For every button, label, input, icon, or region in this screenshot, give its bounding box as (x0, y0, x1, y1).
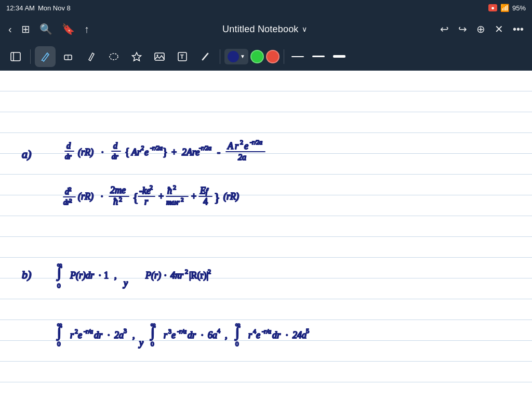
thickness-thin-button[interactable] (288, 47, 307, 66)
svg-text:24a: 24a (292, 330, 307, 340)
svg-text:6a: 6a (208, 330, 217, 340)
svg-text:0: 0 (235, 340, 239, 348)
status-left: 12:34 AM Mon Nov 8 (6, 4, 71, 12)
status-right: ● 📶 95% (488, 4, 526, 12)
color-red-button[interactable] (266, 50, 280, 63)
svg-text:f: f (206, 188, 209, 195)
separator-3 (284, 49, 284, 64)
svg-text:dr: dr (188, 330, 196, 340)
svg-text:dr: dr (65, 153, 72, 161)
svg-text:·: · (286, 330, 288, 340)
share-button[interactable]: ↑ (84, 23, 89, 35)
selected-color-circle (228, 51, 239, 62)
svg-text:{: { (132, 191, 139, 204)
redo-button[interactable]: ↪ (458, 23, 467, 35)
notebook-title[interactable]: Untitled Notebook (222, 24, 299, 35)
lasso-tool-button[interactable] (103, 46, 124, 67)
svg-text:2a: 2a (238, 153, 246, 162)
color-green-button[interactable] (250, 50, 264, 63)
svg-text:ħ: ħ (167, 185, 172, 196)
title-bar: ‹ ⊞ 🔍 🔖 ↑ Untitled Notebook ∨ ↩ ↪ ⊕ ✕ ••… (0, 16, 532, 43)
text-tool-button[interactable]: T (172, 46, 193, 67)
svg-text:dr: dr (272, 330, 281, 340)
svg-text:a): a) (22, 148, 31, 161)
svg-text:-r/a: -r/a (84, 328, 93, 335)
svg-text:·: · (101, 191, 103, 202)
svg-text:2me: 2me (110, 185, 126, 195)
svg-text:-r/2a: -r/2a (150, 144, 163, 152)
title-bar-center: Untitled Notebook ∨ (222, 24, 307, 35)
svg-text:·: · (99, 270, 101, 281)
title-bar-left: ‹ ⊞ 🔍 🔖 ↑ (8, 23, 89, 35)
grid-view-button[interactable]: ⊞ (21, 23, 30, 35)
svg-text:,: , (225, 330, 228, 340)
svg-text:{: { (125, 146, 130, 157)
search-button[interactable]: 🔍 (39, 23, 52, 35)
svg-text:r: r (235, 141, 239, 151)
toolbar: T ▼ (0, 43, 532, 71)
thick-line-indicator (333, 55, 345, 58)
svg-text:e: e (171, 330, 176, 340)
svg-text:-r/a: -r/a (177, 328, 187, 335)
bookmark-button[interactable]: 🔖 (62, 23, 75, 35)
shapes-tool-button[interactable] (126, 46, 147, 67)
svg-text:y: y (138, 338, 143, 348)
svg-text:·: · (164, 270, 167, 281)
svg-text:∞: ∞ (57, 261, 62, 269)
thickness-medium-button[interactable] (309, 47, 328, 66)
svg-point-8 (157, 55, 158, 56)
svg-text:b): b) (22, 268, 31, 281)
close-button[interactable]: ✕ (495, 23, 503, 35)
svg-text:+: + (158, 191, 164, 202)
svg-text:2: 2 (141, 144, 144, 152)
svg-text:-: - (217, 147, 220, 157)
back-button[interactable]: ‹ (8, 23, 12, 35)
svg-text:d: d (113, 141, 118, 150)
svg-text:·: · (108, 330, 110, 340)
color-dropdown-arrow-icon: ▼ (240, 54, 245, 59)
svg-text:e: e (256, 330, 260, 340)
svg-text:2Are: 2Are (182, 147, 200, 157)
highlighter-tool-button[interactable] (81, 46, 101, 67)
notebook-area[interactable]: a) d dr (rR) · d dr { Ar 2 e -r/2a } + (0, 71, 532, 399)
svg-text:4πr: 4πr (170, 270, 184, 281)
battery-icon: ● (488, 4, 497, 11)
svg-text:∞: ∞ (235, 321, 240, 328)
svg-text:T: T (180, 54, 184, 60)
time: 12:34 AM (6, 4, 35, 12)
svg-text:r: r (164, 330, 168, 340)
pen-tool-button[interactable] (35, 46, 56, 67)
sidebar-toggle-button[interactable] (5, 46, 26, 67)
svg-text:d: d (66, 141, 71, 150)
svg-text:∞: ∞ (57, 321, 62, 328)
undo-button[interactable]: ↩ (440, 23, 449, 35)
svg-text:3: 3 (124, 327, 127, 335)
wifi-icon: 📶 (500, 4, 509, 12)
svg-text:P(r)dr: P(r)dr (70, 270, 95, 281)
svg-text:-r/2a: -r/2a (199, 144, 211, 152)
new-page-button[interactable]: ⊕ (476, 23, 485, 35)
color-picker-dropdown[interactable]: ▼ (224, 49, 248, 64)
svg-text:}: } (163, 146, 168, 157)
svg-text:A: A (227, 141, 234, 151)
svg-text:P(r): P(r) (145, 270, 161, 281)
eraser-tool-button[interactable] (58, 46, 78, 67)
svg-text:,: , (132, 330, 135, 340)
marker-tool-button[interactable] (195, 46, 216, 67)
svg-text:|R(r)|: |R(r)| (189, 270, 208, 281)
svg-marker-6 (132, 52, 141, 61)
title-chevron-icon[interactable]: ∨ (302, 25, 307, 33)
svg-text:e: e (144, 147, 149, 157)
svg-text:2: 2 (240, 139, 243, 146)
svg-text:2: 2 (181, 196, 184, 203)
svg-text:r: r (144, 196, 149, 207)
svg-text:5: 5 (306, 327, 309, 335)
svg-text:2: 2 (119, 196, 122, 203)
svg-text:r: r (70, 330, 74, 340)
svg-text:,: , (114, 270, 117, 281)
more-options-button[interactable]: ••• (513, 23, 524, 35)
insert-image-button[interactable] (149, 46, 170, 67)
svg-text:2: 2 (69, 186, 72, 192)
thickness-thick-button[interactable] (330, 47, 349, 66)
svg-text:0: 0 (57, 340, 61, 348)
